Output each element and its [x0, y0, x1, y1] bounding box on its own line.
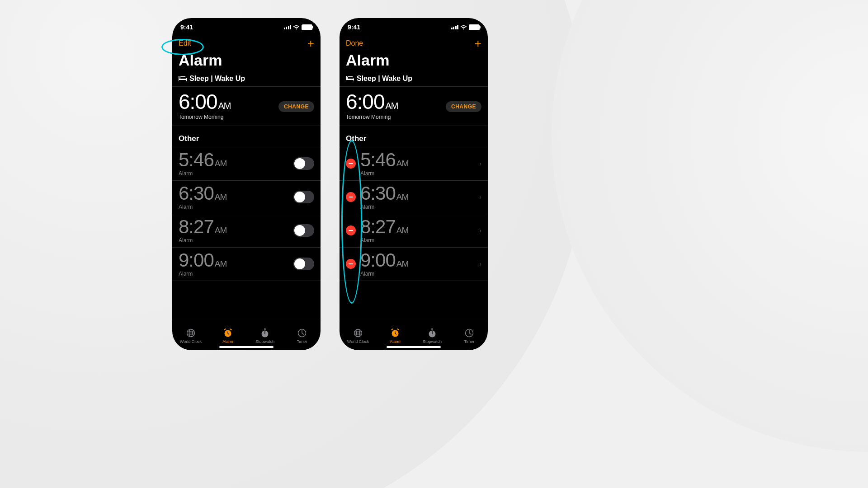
alarm-toggle[interactable] — [293, 258, 314, 270]
phone-screenshot-edit-mode: 9:41 Done + Alarm Sleep | Wake Up 6:00AM… — [340, 18, 488, 350]
delete-alarm-button[interactable] — [346, 159, 356, 169]
sleep-section-header: Sleep | Wake Up — [340, 72, 488, 87]
chevron-right-icon: › — [479, 260, 481, 267]
tab-bar: World Clock Alarm Stopwatch Timer — [172, 321, 321, 350]
edit-button[interactable]: Edit — [179, 39, 191, 47]
alarm-toggle[interactable] — [293, 191, 314, 203]
timer-icon — [465, 328, 474, 338]
tab-label: Alarm — [222, 339, 233, 344]
alarm-row[interactable]: 5:46AM Alarm › — [340, 147, 488, 181]
alarm-time: 6:30AM — [179, 183, 293, 203]
change-button[interactable]: CHANGE — [278, 101, 314, 112]
nav-bar: Edit + — [172, 36, 321, 51]
alarm-row[interactable]: 5:46AM Alarm — [172, 147, 321, 181]
alarm-time: 8:27AM — [360, 217, 476, 237]
alarm-label: Alarm — [179, 237, 293, 244]
bed-icon — [179, 76, 187, 81]
nav-bar: Done + — [340, 36, 488, 51]
alarm-toggle[interactable] — [293, 224, 314, 237]
status-bar: 9:41 — [172, 18, 321, 36]
alarm-row[interactable]: 8:27AM Alarm › — [340, 214, 488, 248]
alarm-time: 6:30AM — [360, 183, 476, 203]
tab-label: World Clock — [347, 339, 369, 344]
bed-icon — [346, 76, 354, 81]
change-button[interactable]: CHANGE — [446, 101, 481, 112]
wake-alarm-row[interactable]: 6:00AM CHANGE Tomorrow Morning — [172, 87, 321, 126]
alarm-time: 9:00AM — [360, 250, 476, 270]
home-indicator[interactable] — [387, 346, 441, 348]
globe-icon — [186, 328, 195, 338]
add-alarm-button[interactable]: + — [307, 38, 314, 49]
alarm-label: Alarm — [179, 170, 293, 177]
alarm-label: Alarm — [360, 170, 476, 177]
tab-label: Stopwatch — [423, 339, 442, 344]
alarm-row[interactable]: 6:30AM Alarm › — [340, 181, 488, 214]
delete-alarm-button[interactable] — [346, 192, 356, 202]
status-bar: 9:41 — [340, 18, 488, 36]
background-shape — [552, 0, 868, 452]
sleep-section-header: Sleep | Wake Up — [172, 72, 321, 87]
alarm-label: Alarm — [360, 204, 476, 210]
wake-subtitle: Tomorrow Morning — [346, 114, 481, 120]
home-indicator[interactable] — [219, 346, 274, 348]
wake-alarm-row[interactable]: 6:00AM CHANGE Tomorrow Morning — [340, 87, 488, 126]
tab-label: Timer — [464, 339, 475, 344]
sleep-section-label: Sleep | Wake Up — [189, 75, 245, 83]
wake-time: 6:00AM — [346, 91, 398, 112]
alarm-row[interactable]: 9:00AM Alarm › — [340, 248, 488, 281]
svg-rect-4 — [264, 328, 266, 330]
alarm-label: Alarm — [360, 271, 476, 277]
alarm-time: 8:27AM — [179, 217, 293, 237]
chevron-right-icon: › — [479, 160, 481, 167]
alarm-clock-icon — [390, 328, 400, 338]
done-button[interactable]: Done — [346, 39, 363, 47]
alarm-row[interactable]: 8:27AM Alarm — [172, 214, 321, 248]
tab-label: Stopwatch — [255, 339, 274, 344]
alarm-clock-icon — [223, 328, 233, 338]
tab-label: Alarm — [390, 339, 401, 344]
wifi-icon — [293, 25, 300, 30]
page-title: Alarm — [172, 51, 321, 72]
chevron-right-icon: › — [479, 193, 481, 201]
tab-label: World Clock — [180, 339, 202, 344]
svg-rect-9 — [349, 263, 353, 264]
tutorial-canvas: 9:41 Edit + Alarm Sleep | Wake Up 6:00AM… — [0, 0, 868, 488]
svg-rect-8 — [349, 230, 353, 231]
status-time: 9:41 — [348, 23, 360, 31]
stopwatch-icon — [428, 328, 437, 338]
tab-label: Timer — [297, 339, 307, 344]
svg-rect-6 — [349, 163, 353, 164]
battery-icon — [469, 24, 480, 30]
wake-subtitle: Tomorrow Morning — [179, 114, 314, 120]
cellular-icon — [451, 25, 459, 29]
phone-screenshot-normal: 9:41 Edit + Alarm Sleep | Wake Up 6:00AM… — [172, 18, 321, 350]
other-section-header: Other — [340, 126, 488, 147]
tab-bar: World Clock Alarm Stopwatch Timer — [340, 321, 488, 350]
globe-icon — [354, 328, 363, 338]
svg-rect-14 — [431, 328, 433, 330]
status-time: 9:41 — [180, 23, 193, 31]
alarm-label: Alarm — [179, 271, 293, 277]
wifi-icon — [460, 25, 467, 30]
page-title: Alarm — [340, 51, 488, 72]
delete-alarm-button[interactable] — [346, 259, 356, 269]
svg-rect-7 — [349, 197, 353, 197]
stopwatch-icon — [260, 328, 269, 338]
alarm-row[interactable]: 9:00AM Alarm — [172, 248, 321, 281]
alarm-label: Alarm — [179, 204, 293, 210]
alarm-time: 5:46AM — [360, 150, 476, 170]
timer-icon — [297, 328, 307, 338]
chevron-right-icon: › — [479, 227, 481, 234]
add-alarm-button[interactable]: + — [475, 38, 481, 49]
battery-icon — [302, 24, 312, 30]
alarm-time: 9:00AM — [179, 250, 293, 270]
wake-time: 6:00AM — [179, 91, 231, 112]
alarm-label: Alarm — [360, 237, 476, 244]
delete-alarm-button[interactable] — [346, 225, 356, 235]
other-section-header: Other — [172, 126, 321, 147]
alarm-toggle[interactable] — [293, 157, 314, 170]
sleep-section-label: Sleep | Wake Up — [357, 75, 412, 83]
alarm-row[interactable]: 6:30AM Alarm — [172, 181, 321, 214]
alarm-time: 5:46AM — [179, 150, 293, 170]
cellular-icon — [284, 25, 292, 29]
